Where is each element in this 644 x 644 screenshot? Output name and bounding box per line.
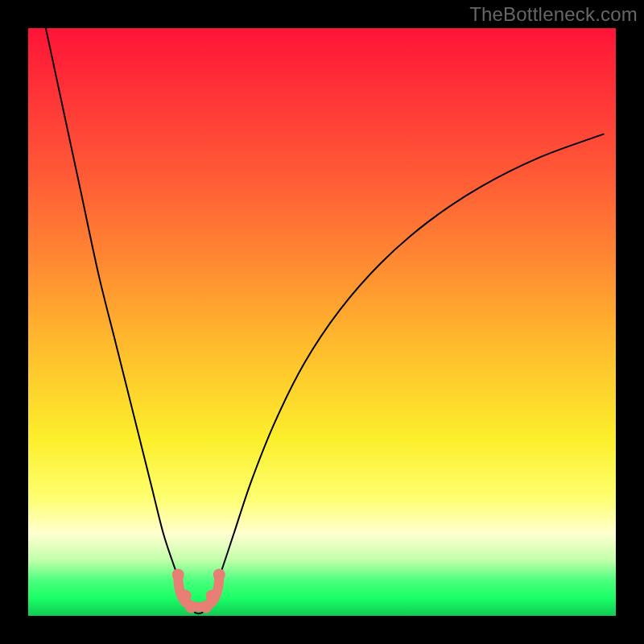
curve-layer — [28, 28, 616, 616]
svg-point-5 — [206, 590, 218, 602]
svg-point-6 — [213, 568, 225, 580]
chart-frame: TheBottleneck.com — [0, 0, 644, 644]
svg-point-3 — [185, 601, 197, 613]
svg-point-4 — [200, 601, 212, 613]
svg-point-1 — [172, 568, 184, 580]
svg-point-2 — [180, 590, 192, 602]
plot-area — [28, 28, 616, 616]
optimum-band-marker — [172, 568, 225, 613]
watermark-text: TheBottleneck.com — [469, 3, 638, 26]
bottleneck-curve — [46, 28, 605, 613]
